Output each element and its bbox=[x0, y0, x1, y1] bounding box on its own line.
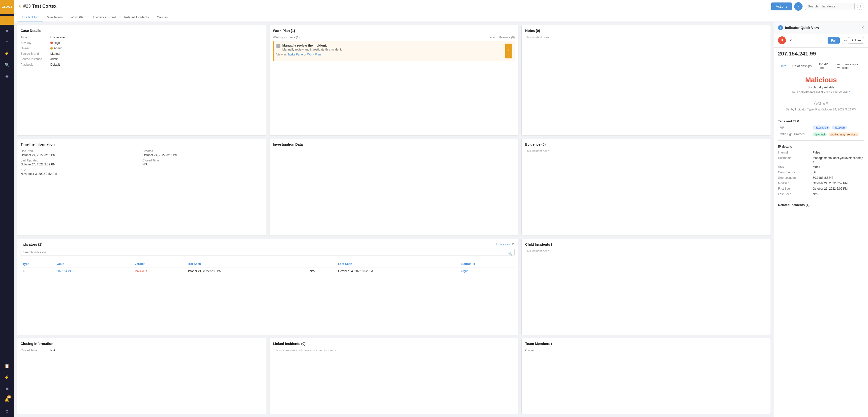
ip-field-first-seen: First Seen October 21, 2022 5:06 PM bbox=[778, 187, 864, 190]
asn-label: ASN bbox=[778, 165, 813, 169]
timeline-last-updated: Last Updated October 24, 2022 3:52 PM bbox=[21, 159, 141, 166]
notification-badge: 22 bbox=[7, 395, 11, 398]
last-updated-value: October 24, 2022 3:52 PM bbox=[21, 163, 56, 166]
child-incidents-panel: Child Incidents ( This incident does bbox=[521, 239, 771, 335]
closing-closed-value: N/A bbox=[50, 349, 55, 352]
tab-canvas[interactable]: Canvas bbox=[153, 13, 172, 22]
ip-field-internal: Internal False bbox=[778, 151, 864, 154]
app-logo[interactable]: XSOAR bbox=[0, 0, 14, 14]
hostname-label: Hostname bbox=[778, 156, 813, 163]
tab-incident-info[interactable]: Incident Info bbox=[18, 13, 43, 22]
indicator-value[interactable]: 207.154.241.99 bbox=[55, 267, 133, 275]
col-value[interactable]: Value bbox=[55, 261, 133, 268]
errors-label: Tasks with errors (0) bbox=[488, 36, 515, 39]
last-seen-qv-value: N/A bbox=[813, 193, 864, 196]
tab-related-incidents[interactable]: Related Incidents bbox=[120, 13, 153, 22]
help-button[interactable]: ? bbox=[857, 3, 864, 10]
tab-evidence-board[interactable]: Evidence Board bbox=[89, 13, 120, 22]
ip-field-last-seen: Last Seen N/A bbox=[778, 193, 864, 196]
actions-button[interactable]: Actions bbox=[771, 2, 792, 10]
sidebar-item-marketplace[interactable]: ◼ bbox=[2, 384, 12, 393]
search-input[interactable] bbox=[805, 3, 855, 10]
work-plan-link[interactable]: Work Plan bbox=[307, 53, 321, 56]
geo-location-label: Geo Location bbox=[778, 176, 813, 179]
sidebar-item-assets[interactable]: ◈ bbox=[2, 71, 12, 81]
col-source-ti[interactable]: Source Ti bbox=[459, 261, 515, 268]
indicator-source[interactable]: 6@23 bbox=[459, 267, 515, 275]
or-label: or bbox=[304, 53, 307, 56]
tag-profile-many-services: profile:many_services bbox=[829, 133, 859, 136]
tag-http-exploit: http:exploit bbox=[813, 126, 830, 130]
last-seen-qv-label: Last Seen bbox=[778, 193, 813, 196]
indicators-scroll[interactable]: Type Value Verdict First Seen Last Seen … bbox=[21, 261, 515, 275]
qv-tab-relationships[interactable]: Relationships bbox=[789, 62, 815, 70]
modified-value: October 24, 2022 3:52 PM bbox=[813, 181, 864, 185]
col-first-seen[interactable]: First Seen bbox=[184, 261, 308, 268]
qv-actions-button[interactable]: Actions bbox=[849, 37, 864, 43]
ip-link[interactable]: 207.154.241.99 bbox=[57, 269, 77, 273]
field-type-value: Unclassified bbox=[50, 36, 66, 39]
severity-indicator bbox=[50, 42, 53, 44]
occurred-label: Occurred bbox=[21, 149, 141, 153]
qv-tab-unit42[interactable]: Unit 42 Intel bbox=[815, 60, 837, 72]
internal-value: False bbox=[813, 151, 864, 154]
qv-indicator-header: IP IP Full ✏ Actions bbox=[774, 33, 868, 47]
field-source-brand-label: Source Brand bbox=[21, 52, 50, 56]
task-title: Manually review the incident. bbox=[282, 43, 342, 47]
tab-work-plan[interactable]: Work Plan bbox=[66, 13, 89, 22]
divider-2 bbox=[778, 115, 864, 115]
ip-details-title: IP details bbox=[778, 145, 864, 148]
col-type[interactable]: Type bbox=[21, 261, 55, 268]
field-source-instance: Source Instance admin bbox=[21, 58, 262, 61]
sidebar-item-reports[interactable]: 📋 bbox=[2, 361, 12, 371]
field-source-instance-label: Source Instance bbox=[21, 58, 50, 61]
field-owner-label: Owner bbox=[21, 46, 50, 50]
sidebar-item-star[interactable]: ★ bbox=[2, 26, 12, 35]
alert-icon: ! bbox=[6, 18, 8, 22]
timeline-grid: Occurred October 24, 2022 3:52 PM Create… bbox=[21, 149, 262, 176]
more-button[interactable]: ⋮ bbox=[794, 2, 803, 11]
tab-war-room[interactable]: War Room bbox=[43, 13, 67, 22]
indicators-table: Type Value Verdict First Seen Last Seen … bbox=[21, 261, 515, 275]
full-button[interactable]: Full bbox=[828, 37, 840, 43]
first-seen-label: First Seen bbox=[778, 187, 813, 190]
status-set-text: Set by Indicator Type IP at October 24, … bbox=[778, 108, 864, 111]
tags-field-row: Tags http:exploit http:scan bbox=[778, 126, 864, 131]
sidebar-item-automation[interactable]: ⚡ bbox=[2, 372, 12, 382]
qv-tab-info[interactable]: Info bbox=[778, 62, 789, 70]
severity-text: High bbox=[54, 41, 60, 44]
sidebar-item-incidents[interactable]: ⚡ bbox=[2, 48, 12, 58]
notes-panel: Notes (0) This incident does bbox=[521, 25, 771, 136]
status-text: Active bbox=[778, 100, 864, 107]
favorite-star[interactable]: ★ bbox=[18, 4, 21, 9]
indicators-search-input[interactable] bbox=[21, 249, 515, 256]
divider-3 bbox=[778, 140, 864, 141]
body-area: Case Details Type Unclassified Severity … bbox=[14, 22, 868, 417]
timeline-occurred: Occurred October 24, 2022 3:52 PM bbox=[21, 149, 141, 157]
ip-field-geo-location: Geo Location 50.1188:8.6843 bbox=[778, 176, 864, 179]
divider-1 bbox=[778, 97, 864, 97]
show-empty-label[interactable]: Show empty fields bbox=[841, 63, 864, 70]
first-seen-value: October 21, 2022 5:06 PM bbox=[813, 187, 864, 190]
child-incidents-title: Child Incidents ( bbox=[525, 242, 767, 246]
source-link[interactable]: 6@23 bbox=[461, 269, 469, 273]
logo-text: XSOAR bbox=[2, 5, 12, 8]
field-severity: Severity High bbox=[21, 41, 262, 44]
sidebar-item-home[interactable]: ⌂ bbox=[2, 37, 12, 47]
help-icon[interactable]: ? bbox=[848, 90, 850, 93]
edit-button[interactable]: ✏ bbox=[842, 37, 849, 44]
indicator-type: IP bbox=[21, 267, 55, 275]
col-last-seen[interactable]: Last Seen bbox=[336, 261, 459, 268]
created-label: Created bbox=[143, 149, 262, 153]
indicators-panel: Indicators (1) Indicators ⚙ 🔍 bbox=[17, 239, 519, 335]
show-empty-checkbox[interactable] bbox=[837, 64, 840, 68]
sidebar-item-search[interactable]: 🔍 bbox=[2, 60, 12, 70]
indicators-link[interactable]: Indicators bbox=[496, 242, 510, 246]
field-playbook-label: Playbook bbox=[21, 63, 50, 66]
qv-close-button[interactable]: × bbox=[861, 25, 864, 30]
indicators-gear-icon[interactable]: ⚙ bbox=[512, 242, 515, 246]
col-verdict[interactable]: Verdict bbox=[133, 261, 184, 268]
sidebar-item-settings[interactable]: ⚙ bbox=[2, 406, 12, 416]
sidebar-item-notifications[interactable]: 🔔 22 bbox=[2, 395, 12, 405]
tasks-pane-link[interactable]: Tasks Pane bbox=[288, 53, 303, 56]
